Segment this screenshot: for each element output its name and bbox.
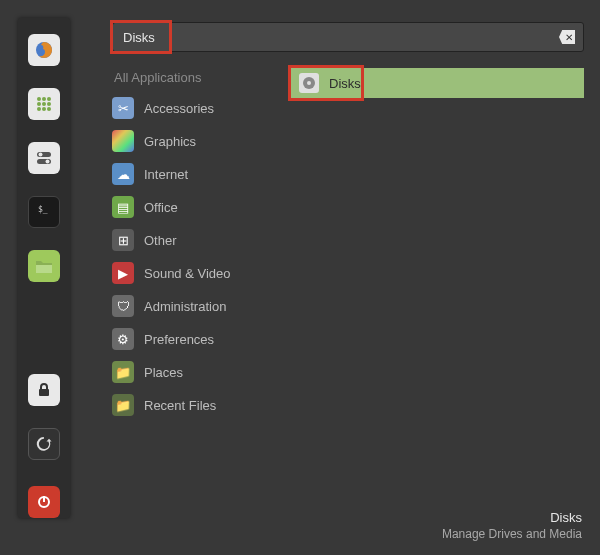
svg-point-5	[42, 102, 46, 106]
category-label: Graphics	[144, 134, 196, 149]
files-icon[interactable]	[28, 250, 60, 282]
result-disks[interactable]: Disks	[291, 68, 584, 98]
lock-icon[interactable]	[28, 374, 60, 406]
scissors-icon: ✂	[112, 97, 134, 119]
svg-point-7	[37, 107, 41, 111]
svg-point-1	[37, 97, 41, 101]
app-description: Disks Manage Drives and Media	[442, 510, 582, 541]
update-icon[interactable]	[28, 428, 60, 460]
category-office[interactable]: ▤ Office	[112, 196, 267, 218]
categories-column: All Applications ✂ Accessories Graphics …	[112, 70, 267, 427]
terminal-icon[interactable]: $_	[28, 196, 60, 228]
svg-point-9	[47, 107, 51, 111]
category-label: Sound & Video	[144, 266, 231, 281]
category-label: Accessories	[144, 101, 214, 116]
category-label: Other	[144, 233, 177, 248]
firefox-icon[interactable]	[28, 34, 60, 66]
category-label: Places	[144, 365, 183, 380]
folder-icon: 📁	[112, 361, 134, 383]
svg-point-6	[47, 102, 51, 106]
palette-icon	[112, 130, 134, 152]
category-other[interactable]: ⊞ Other	[112, 229, 267, 251]
svg-point-3	[47, 97, 51, 101]
clear-search-icon[interactable]: ✕	[559, 30, 575, 44]
category-internet[interactable]: ☁ Internet	[112, 163, 267, 185]
menu-panel: ✕ All Applications ✂ Accessories Graphic…	[112, 22, 584, 555]
power-icon[interactable]	[28, 486, 60, 518]
notebook-icon: ▤	[112, 196, 134, 218]
svg-point-13	[46, 160, 50, 164]
category-accessories[interactable]: ✂ Accessories	[112, 97, 267, 119]
play-icon: ▶	[112, 262, 134, 284]
category-label: Administration	[144, 299, 226, 314]
category-graphics[interactable]: Graphics	[112, 130, 267, 152]
app-description-title: Disks	[442, 510, 582, 525]
svg-point-19	[307, 81, 311, 85]
svg-point-8	[42, 107, 46, 111]
svg-point-2	[42, 97, 46, 101]
search-field-wrap: ✕	[112, 22, 584, 52]
result-label: Disks	[329, 76, 361, 91]
disk-icon	[299, 73, 319, 93]
category-label: Preferences	[144, 332, 214, 347]
search-input[interactable]	[123, 30, 559, 45]
shield-icon: 🛡	[112, 295, 134, 317]
favorites-sidebar: $_	[18, 18, 70, 518]
category-label: Recent Files	[144, 398, 216, 413]
category-sound-video[interactable]: ▶ Sound & Video	[112, 262, 267, 284]
grid-icon: ⊞	[112, 229, 134, 251]
categories-title: All Applications	[112, 70, 267, 85]
svg-point-11	[39, 153, 43, 157]
results-column: Disks	[291, 70, 584, 427]
cloud-icon: ☁	[112, 163, 134, 185]
sliders-icon: ⚙	[112, 328, 134, 350]
category-preferences[interactable]: ⚙ Preferences	[112, 328, 267, 350]
toggle-icon[interactable]	[28, 142, 60, 174]
category-administration[interactable]: 🛡 Administration	[112, 295, 267, 317]
category-label: Office	[144, 200, 178, 215]
category-recent-files[interactable]: 📁 Recent Files	[112, 394, 267, 416]
svg-text:$_: $_	[38, 205, 48, 214]
category-places[interactable]: 📁 Places	[112, 361, 267, 383]
svg-rect-15	[39, 389, 49, 396]
app-description-text: Manage Drives and Media	[442, 527, 582, 541]
svg-point-4	[37, 102, 41, 106]
category-label: Internet	[144, 167, 188, 182]
folder-recent-icon: 📁	[112, 394, 134, 416]
apps-grid-icon[interactable]	[28, 88, 60, 120]
